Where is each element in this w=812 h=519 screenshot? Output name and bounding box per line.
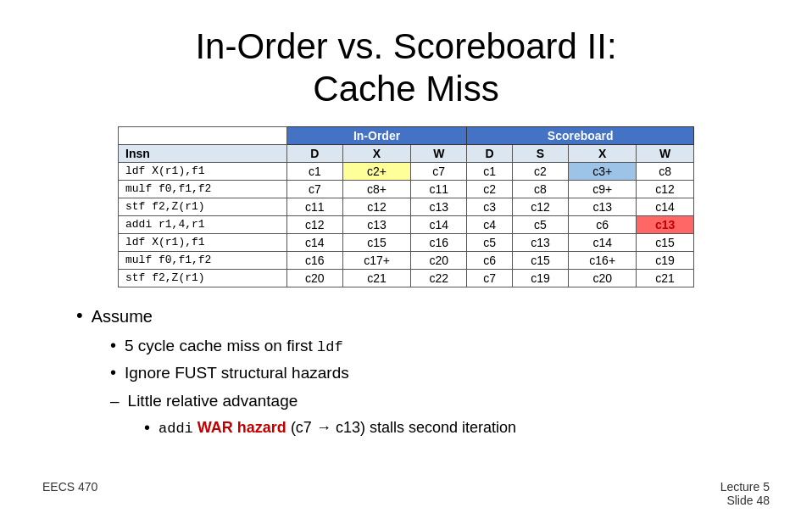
- insn-cell: ldf X(r1),f1: [119, 233, 287, 251]
- war-hazard-text: addi WAR hazard (c7 → c13) stalls second…: [159, 416, 516, 440]
- s2-cell: c2: [512, 162, 568, 180]
- w2-cell: c14: [637, 198, 694, 215]
- cache-miss-bullet: • 5 cycle cache miss on first ldf: [110, 333, 770, 359]
- table-row: ldf X(r1),f1c14c15c16c5c13c14c15: [119, 233, 694, 251]
- inorder-w-header: W: [411, 144, 467, 162]
- insn-cell: stf f2,Z(r1): [119, 269, 287, 287]
- scoreboard-w-header: W: [637, 144, 694, 162]
- d1-cell: c16: [286, 251, 342, 269]
- table-row: mulf f0,f1,f2c16c17+c20c6c15c16+c19: [119, 251, 694, 269]
- relative-advantage-text: Little relative advantage: [128, 388, 298, 414]
- s2-cell: c12: [512, 198, 568, 215]
- x1-cell: c2+: [343, 162, 411, 180]
- sub1-text: 5 cycle cache miss on first: [125, 337, 317, 354]
- x1-cell: c21: [343, 269, 411, 287]
- insn-cell: mulf f0,f1,f2: [119, 251, 287, 269]
- d1-cell: c1: [286, 162, 342, 180]
- table-row: addi r1,4,r1c12c13c14c4c5c6c13: [119, 215, 694, 233]
- table-row: ldf X(r1),f1c1c2+c7c1c2c3+c8: [119, 162, 694, 180]
- slide: In-Order vs. Scoreboard II: Cache Miss I…: [0, 0, 812, 519]
- x2-cell: c20: [569, 269, 637, 287]
- s2-cell: c19: [512, 269, 568, 287]
- war-hazard-bullet: • addi WAR hazard (c7 → c13) stalls seco…: [144, 416, 770, 440]
- ldf-code: ldf: [317, 339, 343, 355]
- x2-cell: c14: [569, 233, 637, 251]
- table-row: stf f2,Z(r1)c11c12c13c3c12c13c14: [119, 198, 694, 215]
- w2-cell: c19: [637, 251, 694, 269]
- w2-cell: c8: [637, 162, 694, 180]
- inorder-header: In-Order: [286, 126, 467, 144]
- footer-left: EECS 470: [42, 480, 97, 507]
- table-body: ldf X(r1),f1c1c2+c7c1c2c3+c8mulf f0,f1,f…: [119, 162, 694, 287]
- x2-cell: c6: [569, 215, 637, 233]
- lecture-number: Lecture 5: [720, 480, 770, 494]
- insn-cell: mulf f0,f1,f2: [119, 180, 287, 198]
- s2-cell: c8: [512, 180, 568, 198]
- fust-text: Ignore FUST structural hazards: [125, 360, 349, 386]
- s2-cell: c13: [512, 233, 568, 251]
- comparison-table-wrapper: In-Order Scoreboard Insn D X W D S X W l…: [118, 126, 694, 287]
- d2-cell: c7: [467, 269, 512, 287]
- d2-cell: c4: [467, 215, 512, 233]
- insn-cell: addi r1,4,r1: [119, 215, 287, 233]
- x1-cell: c13: [343, 215, 411, 233]
- w1-cell: c22: [411, 269, 467, 287]
- w2-cell: c12: [637, 180, 694, 198]
- bullet-dot-4: •: [144, 416, 150, 439]
- fust-bullet: • Ignore FUST structural hazards: [110, 360, 770, 386]
- x2-cell: c13: [569, 198, 637, 215]
- bullet-dot-2: •: [110, 333, 116, 357]
- bullet-dot-3: •: [110, 360, 116, 384]
- slide-number: Slide 48: [720, 494, 770, 507]
- w2-cell: c21: [637, 269, 694, 287]
- title-line2: Cache Miss: [313, 69, 498, 109]
- w2-cell: c13: [637, 215, 694, 233]
- war-hazard-detail: (c7 → c13) stalls second iteration: [291, 419, 516, 436]
- footer: EECS 470 Lecture 5 Slide 48: [42, 480, 770, 507]
- insn-cell: stf f2,Z(r1): [119, 198, 287, 215]
- title-line1: In-Order vs. Scoreboard II:: [195, 26, 616, 66]
- w2-cell: c15: [637, 233, 694, 251]
- x2-cell: c9+: [569, 180, 637, 198]
- x2-cell: c16+: [569, 251, 637, 269]
- d1-cell: c11: [286, 198, 342, 215]
- d2-cell: c2: [467, 180, 512, 198]
- comparison-table: In-Order Scoreboard Insn D X W D S X W l…: [118, 126, 694, 287]
- d2-cell: c3: [467, 198, 512, 215]
- table-row: mulf f0,f1,f2c7c8+c11c2c8c9+c12: [119, 180, 694, 198]
- d2-cell: c6: [467, 251, 512, 269]
- subheader-row: Insn D X W D S X W: [119, 144, 694, 162]
- footer-right: Lecture 5 Slide 48: [720, 480, 770, 507]
- s2-cell: c5: [512, 215, 568, 233]
- w1-cell: c16: [411, 233, 467, 251]
- war-hazard-label: WAR hazard: [197, 419, 286, 436]
- scoreboard-header: Scoreboard: [467, 126, 694, 144]
- scoreboard-d-header: D: [467, 144, 512, 162]
- x2-cell: c3+: [569, 162, 637, 180]
- addi-code: addi: [159, 421, 193, 437]
- content-area: • Assume • 5 cycle cache miss on first l…: [42, 303, 770, 440]
- inorder-d-header: D: [286, 144, 342, 162]
- x1-cell: c8+: [343, 180, 411, 198]
- w1-cell: c7: [411, 162, 467, 180]
- assume-bullet: • Assume: [76, 303, 770, 330]
- scoreboard-x-header: X: [569, 144, 637, 162]
- insn-cell: ldf X(r1),f1: [119, 162, 287, 180]
- d1-cell: c12: [286, 215, 342, 233]
- d2-cell: c1: [467, 162, 512, 180]
- header-row: In-Order Scoreboard: [119, 126, 694, 144]
- insn-col-header: Insn: [119, 144, 287, 162]
- w1-cell: c14: [411, 215, 467, 233]
- d1-cell: c14: [286, 233, 342, 251]
- relative-advantage-dash: – Little relative advantage: [110, 388, 770, 414]
- x1-cell: c17+: [343, 251, 411, 269]
- slide-title: In-Order vs. Scoreboard II: Cache Miss: [42, 25, 770, 111]
- bullet-dot-1: •: [76, 303, 83, 329]
- s2-cell: c15: [512, 251, 568, 269]
- inorder-x-header: X: [343, 144, 411, 162]
- dash-char: –: [110, 388, 120, 414]
- x1-cell: c15: [343, 233, 411, 251]
- x1-cell: c12: [343, 198, 411, 215]
- w1-cell: c20: [411, 251, 467, 269]
- d1-cell: c20: [286, 269, 342, 287]
